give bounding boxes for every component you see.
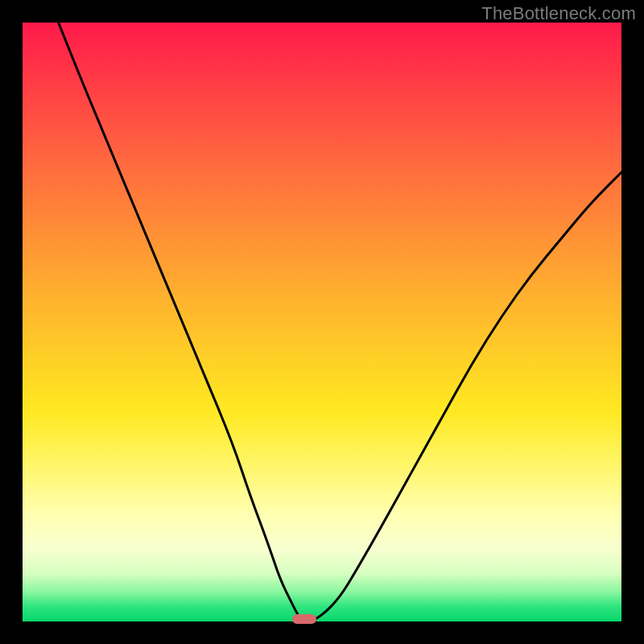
chart-frame: TheBottleneck.com xyxy=(0,0,644,644)
bottleneck-curve xyxy=(23,23,621,621)
watermark-text: TheBottleneck.com xyxy=(481,3,636,24)
plot-area xyxy=(23,23,621,621)
curve-path xyxy=(59,23,621,621)
optimum-marker xyxy=(292,614,316,624)
